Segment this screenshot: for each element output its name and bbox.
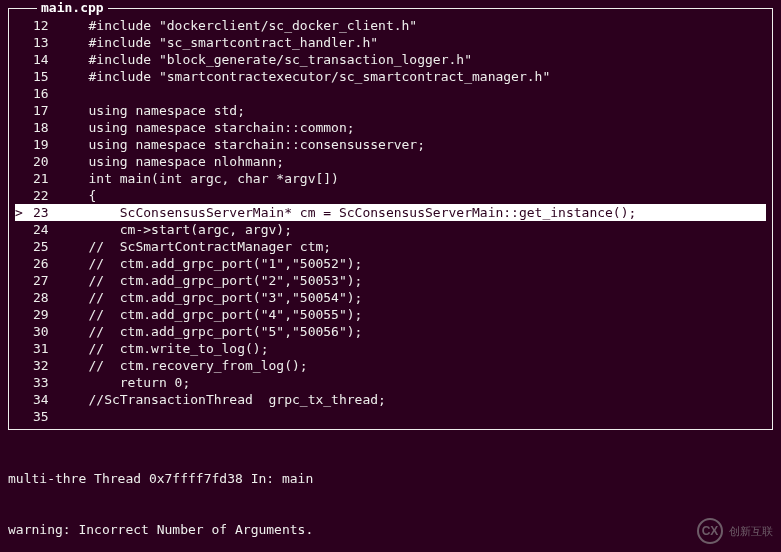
code-content: #include "smartcontractexecutor/sc_smart… xyxy=(65,68,766,85)
line-number: 27 xyxy=(33,272,65,289)
code-line: 31 // ctm.write_to_log(); xyxy=(15,340,766,357)
source-frame: main.cpp 12 #include "dockerclient/sc_do… xyxy=(8,8,773,430)
code-content: // ctm.add_grpc_port("3","50054"); xyxy=(65,289,766,306)
code-line: 29 // ctm.add_grpc_port("4","50055"); xyxy=(15,306,766,323)
code-content: // ScSmartContractManager ctm; xyxy=(65,238,766,255)
warning-line: warning: Incorrect Number of Arguments. xyxy=(8,521,773,538)
line-number: 14 xyxy=(33,51,65,68)
code-line: 22 { xyxy=(15,187,766,204)
code-content: using namespace starchain::common; xyxy=(65,119,766,136)
code-content: using namespace std; xyxy=(65,102,766,119)
code-line: 17 using namespace std; xyxy=(15,102,766,119)
code-line: 20 using namespace nlohmann; xyxy=(15,153,766,170)
code-line: > 23 ScConsensusServerMain* cm = ScConse… xyxy=(15,204,766,221)
line-number: 19 xyxy=(33,136,65,153)
code-line: 33 return 0; xyxy=(15,374,766,391)
code-content: //ScTransactionThread grpc_tx_thread; xyxy=(65,391,766,408)
code-content: using namespace nlohmann; xyxy=(65,153,766,170)
code-line: 13 #include "sc_smartcontract_handler.h" xyxy=(15,34,766,51)
code-line: 32 // ctm.recovery_from_log(); xyxy=(15,357,766,374)
line-number: 31 xyxy=(33,340,65,357)
code-line: 12 #include "dockerclient/sc_docker_clie… xyxy=(15,17,766,34)
line-number: 15 xyxy=(33,68,65,85)
code-content: // ctm.add_grpc_port("2","50053"); xyxy=(65,272,766,289)
code-line: 16 xyxy=(15,85,766,102)
line-number: 21 xyxy=(33,170,65,187)
thread-status-line: multi-thre Thread 0x7ffff7fd38 In: main xyxy=(8,470,773,487)
line-number: 28 xyxy=(33,289,65,306)
terminal-container: main.cpp 12 #include "dockerclient/sc_do… xyxy=(0,0,781,552)
code-line: 18 using namespace starchain::common; xyxy=(15,119,766,136)
line-number: 16 xyxy=(33,85,65,102)
code-line: 14 #include "block_generate/sc_transacti… xyxy=(15,51,766,68)
code-content: // ctm.recovery_from_log(); xyxy=(65,357,766,374)
code-line: 30 // ctm.add_grpc_port("5","50056"); xyxy=(15,323,766,340)
code-content: ScConsensusServerMain* cm = ScConsensusS… xyxy=(65,204,766,221)
code-area[interactable]: 12 #include "dockerclient/sc_docker_clie… xyxy=(15,17,766,425)
code-content: int main(int argc, char *argv[]) xyxy=(65,170,766,187)
watermark-text: 创新互联 xyxy=(729,524,773,539)
code-line: 21 int main(int argc, char *argv[]) xyxy=(15,170,766,187)
line-number: 32 xyxy=(33,357,65,374)
line-number: 12 xyxy=(33,17,65,34)
code-line: 27 // ctm.add_grpc_port("2","50053"); xyxy=(15,272,766,289)
code-line: 25 // ScSmartContractManager ctm; xyxy=(15,238,766,255)
code-content: #include "dockerclient/sc_docker_client.… xyxy=(65,17,766,34)
line-number: 22 xyxy=(33,187,65,204)
status-section: multi-thre Thread 0x7ffff7fd38 In: main … xyxy=(8,436,773,552)
line-number: 30 xyxy=(33,323,65,340)
line-number: 29 xyxy=(33,306,65,323)
code-content: using namespace starchain::consensusserv… xyxy=(65,136,766,153)
line-number: 26 xyxy=(33,255,65,272)
watermark-icon: CX xyxy=(697,518,723,544)
code-line: 28 // ctm.add_grpc_port("3","50054"); xyxy=(15,289,766,306)
line-number: 35 xyxy=(33,408,65,425)
line-number: 20 xyxy=(33,153,65,170)
code-content: // ctm.write_to_log(); xyxy=(65,340,766,357)
code-content: #include "sc_smartcontract_handler.h" xyxy=(65,34,766,51)
code-content: // ctm.add_grpc_port("5","50056"); xyxy=(65,323,766,340)
line-number: 24 xyxy=(33,221,65,238)
line-number: 13 xyxy=(33,34,65,51)
breakpoint-gutter[interactable]: > xyxy=(15,204,33,221)
code-content: { xyxy=(65,187,766,204)
code-content: cm->start(argc, argv); xyxy=(65,221,766,238)
line-number: 23 xyxy=(33,204,65,221)
code-content: // ctm.add_grpc_port("4","50055"); xyxy=(65,306,766,323)
filename-tab: main.cpp xyxy=(37,0,108,15)
watermark: CX 创新互联 xyxy=(697,518,773,544)
line-number: 25 xyxy=(33,238,65,255)
code-line: 24 cm->start(argc, argv); xyxy=(15,221,766,238)
code-line: 19 using namespace starchain::consensuss… xyxy=(15,136,766,153)
code-content: #include "block_generate/sc_transaction_… xyxy=(65,51,766,68)
code-line: 34 //ScTransactionThread grpc_tx_thread; xyxy=(15,391,766,408)
code-content: // ctm.add_grpc_port("1","50052"); xyxy=(65,255,766,272)
line-number: 18 xyxy=(33,119,65,136)
code-line: 15 #include "smartcontractexecutor/sc_sm… xyxy=(15,68,766,85)
line-number: 34 xyxy=(33,391,65,408)
line-number: 17 xyxy=(33,102,65,119)
code-content: return 0; xyxy=(65,374,766,391)
line-number: 33 xyxy=(33,374,65,391)
code-line: 26 // ctm.add_grpc_port("1","50052"); xyxy=(15,255,766,272)
code-line: 35 xyxy=(15,408,766,425)
